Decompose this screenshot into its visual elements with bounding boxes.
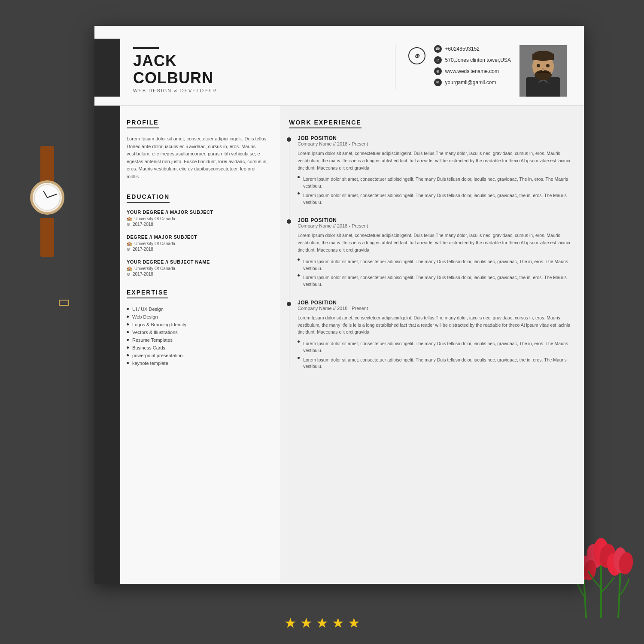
expertise-section: EXPERTISE UI / UX Design Web Design L — [127, 289, 270, 367]
calendar-icon-1: ⊙ — [127, 222, 130, 227]
work-timeline: JOB POSITION Company Name // 2018 - Pres… — [289, 135, 571, 371]
watch-minute-hand — [47, 194, 57, 198]
edu-uni-3: 🏫 University Of Canada. — [127, 266, 270, 271]
contact-phone: ☎ +60248593152 — [434, 45, 511, 53]
expertise-item-5: Resume Templates — [127, 336, 270, 344]
person-name: JACK COLBURN — [133, 52, 386, 86]
calendar-icon-2: ⊙ — [127, 247, 130, 252]
bullet-6 — [127, 346, 129, 349]
timeline-line — [289, 135, 289, 371]
location-icon: ⊙ — [434, 56, 442, 64]
job-meta-1: Company Name // 2018 - Present — [298, 141, 571, 146]
job-meta-2: Company Name // 2018 - Present — [298, 223, 571, 228]
contact-website: ⊕ www.wedsitename.com — [434, 67, 511, 75]
job-entry-2: JOB POSITION Company Name // 2018 - Pres… — [298, 217, 571, 289]
edu-years-3: ⊙ 2017-2018 — [127, 272, 270, 276]
header-photo — [519, 45, 567, 97]
watch-hour-hand — [43, 191, 48, 198]
job-bullet-dot-3 — [298, 258, 300, 261]
job-bullet-dot-1 — [298, 176, 300, 178]
left-col-bar — [94, 106, 120, 584]
header-name-section: JACK COLBURN WEB DESIGN & DEVELOPER — [133, 39, 386, 93]
expertise-item-6: Business Cards — [127, 344, 270, 352]
job-bullets-3: Lorem Ipsum dolor sit amet, consectetuer… — [298, 339, 571, 371]
star-3: ★ — [316, 615, 328, 631]
job-bullet-dot-5 — [298, 340, 300, 343]
job-bullet-2-2: Lorem Ipsum dolor sit amet, consectetuer… — [298, 273, 571, 289]
job-desc-1: Lorem Ipsum dolor sit amet, consectetuer… — [298, 150, 571, 171]
expertise-item-2: Web Design — [127, 313, 270, 321]
job-bullet-dot-6 — [298, 357, 300, 359]
job-desc-3: Lorem Ipsum dolor sit amet, consectetuer… — [298, 314, 571, 336]
watch-decoration — [24, 146, 71, 266]
profile-title: PROFILE — [127, 119, 159, 128]
edu-years-2: ⊙ 2017-2018 — [127, 247, 270, 252]
resume-card: JACK COLBURN WEB DESIGN & DEVELOPER ⊕ ☎ … — [94, 26, 584, 584]
profile-text: Lorem Ipsum dolor sit amet, consectetuer… — [127, 135, 270, 181]
bullet-8 — [127, 362, 129, 364]
edu-degree-1: YOUR DEGREE // MAJOR SUBJECT — [127, 210, 270, 215]
star-2: ★ — [300, 615, 313, 631]
edu-uni-2: 🏫 University Of Canada. — [127, 241, 270, 246]
job-bullet-1-1: Lorem Ipsum dolor sit amet, consectetuer… — [298, 175, 571, 191]
contact-email: ✉ yourgamil@gamil.com — [434, 79, 511, 86]
rating-stars: ★ ★ ★ ★ ★ — [284, 615, 360, 631]
university-icon-3: 🏫 — [127, 266, 132, 271]
resume-header: JACK COLBURN WEB DESIGN & DEVELOPER ⊕ ☎ … — [94, 26, 584, 106]
job-bullets-1: Lorem Ipsum dolor sit amet, consectetuer… — [298, 175, 571, 207]
job-bullet-dot-2 — [298, 192, 300, 194]
education-title: EDUCATION — [127, 193, 170, 203]
name-accent-line — [133, 47, 159, 49]
logo-circle: ⊕ — [408, 47, 425, 64]
edu-degree-3: YOUR DEGREE // SUBJECT NAME — [127, 259, 270, 264]
email-icon: ✉ — [434, 79, 442, 86]
edu-degree-2: DEGREE // MAJOR SUBJECT — [127, 234, 270, 240]
bullet-4 — [127, 331, 129, 333]
header-left-bar — [94, 39, 120, 97]
edu-years-1: ⊙ 2017-2018 — [127, 222, 270, 227]
university-icon-2: 🏫 — [127, 241, 132, 246]
svg-point-21 — [537, 64, 540, 67]
job-title-1: JOB POSITION — [298, 135, 571, 141]
watch-buckle — [59, 300, 69, 306]
svg-rect-19 — [532, 54, 554, 60]
expertise-title: EXPERTISE — [127, 289, 168, 298]
calendar-icon-3: ⊙ — [127, 272, 130, 276]
header-contact-logo: ⊕ — [408, 39, 425, 64]
bullet-1 — [127, 308, 129, 310]
watch-body — [30, 180, 64, 215]
timeline-dot-1 — [287, 137, 291, 142]
watch-strap-top — [40, 146, 54, 185]
timeline-dot-3 — [287, 302, 291, 306]
job-desc-2: Lorem Ipsum dolor sit amet, consectetuer… — [298, 232, 571, 253]
job-bullet-2-1: Lorem Ipsum dolor sit amet, consectetuer… — [298, 257, 571, 273]
person-title: WEB DESIGN & DEVELOPER — [133, 88, 386, 93]
resume-body: PROFILE Lorem Ipsum dolor sit amet, cons… — [94, 106, 584, 584]
contact-address: ⊙ 570,Jones clinton tower,USA — [434, 56, 511, 64]
work-experience-title: WORK EXPERIENCE — [289, 119, 361, 128]
bullet-7 — [127, 354, 129, 356]
job-bullet-dot-4 — [298, 274, 300, 276]
right-column: WORK EXPERIENCE JOB POSITION Company Nam… — [280, 106, 584, 584]
university-icon-1: 🏫 — [127, 216, 132, 221]
header-divider — [395, 45, 395, 90]
watch-strap-bottom — [40, 218, 54, 257]
edu-uni-1: 🏫 University Of Canada. — [127, 216, 270, 221]
job-bullets-2: Lorem Ipsum dolor sit amet, consectetuer… — [298, 257, 571, 289]
education-entry-1: YOUR DEGREE // MAJOR SUBJECT 🏫 Universit… — [127, 210, 270, 227]
timeline-dot-2 — [287, 219, 291, 224]
profile-section: PROFILE Lorem Ipsum dolor sit amet, cons… — [127, 118, 270, 181]
star-1: ★ — [284, 615, 297, 631]
job-title-3: JOB POSITION — [298, 300, 571, 306]
expertise-item-4: Vectors & Illustrations — [127, 328, 270, 336]
svg-point-22 — [546, 64, 550, 67]
bullet-3 — [127, 323, 129, 325]
education-section: EDUCATION YOUR DEGREE // MAJOR SUBJECT 🏫… — [127, 193, 270, 276]
job-bullet-3-2: Lorem Ipsum dolor sit amet, consectetuer… — [298, 355, 571, 372]
expertise-list: UI / UX Design Web Design Logos & Brandi… — [127, 305, 270, 367]
expertise-item-3: Logos & Branding Identity — [127, 321, 270, 328]
job-title-2: JOB POSITION — [298, 217, 571, 223]
job-bullet-3-1: Lorem Ipsum dolor sit amet, consectetuer… — [298, 339, 571, 355]
bullet-2 — [127, 316, 129, 318]
expertise-item-7: powerpoint presentation — [127, 352, 270, 359]
